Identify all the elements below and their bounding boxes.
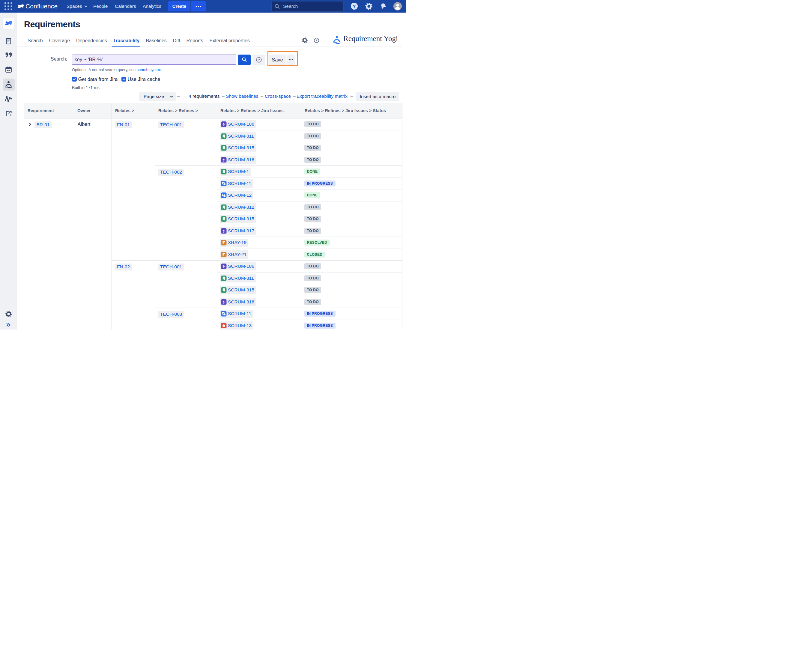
svg-text:?: ? xyxy=(353,3,356,9)
svg-text:?: ? xyxy=(315,38,317,42)
svg-text:?: ? xyxy=(258,58,260,61)
